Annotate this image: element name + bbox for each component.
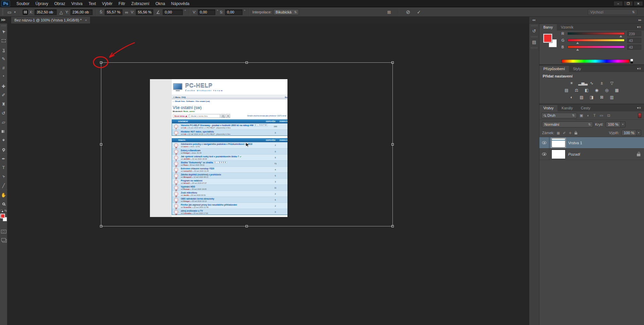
menubar-item[interactable]: Soubor	[13, 0, 33, 7]
tool-preset-icon[interactable]: ▭	[6, 10, 12, 15]
layer-row[interactable]: Pozadí	[539, 149, 644, 160]
close-button[interactable]: ✕	[634, 1, 643, 6]
menubar-item[interactable]: Okna	[152, 0, 168, 7]
exposure-icon[interactable]: ±	[598, 80, 605, 86]
levels-icon[interactable]: ▂▅▃	[578, 80, 585, 86]
spectrum-black-swatch[interactable]	[631, 61, 633, 63]
slider-thumb-icon[interactable]	[576, 41, 579, 44]
transform-handle-bottom-middle[interactable]	[246, 225, 248, 227]
strip-grip[interactable]	[531, 36, 537, 38]
blur-tool[interactable]: ♠	[0, 136, 7, 145]
transform-handle-bottom-right[interactable]	[391, 225, 394, 227]
strip-grip[interactable]	[531, 47, 537, 49]
filter-adjustment-layers-icon[interactable]: ◐	[587, 113, 589, 118]
hand-tool[interactable]: ✋	[0, 190, 7, 199]
tab-close-icon[interactable]: ×	[85, 18, 87, 22]
warp-mode-icon[interactable]: ⊞	[386, 10, 392, 15]
commit-transform-icon[interactable]: ✓	[416, 9, 422, 15]
layer-filter-dropdown[interactable]: Druh ⇅	[541, 113, 577, 118]
document-canvas[interactable]: PC-HELP České diskuzní fórum ≡ Menu FAQ …	[7, 23, 529, 325]
lasso-tool[interactable]: ʓ	[0, 45, 7, 54]
photo-filter-icon[interactable]: ◉	[593, 88, 600, 93]
interpolation-dropdown[interactable]: Bikubická ⇅	[273, 9, 299, 15]
dock-collapse-left-icon[interactable]: ◀◀	[532, 19, 535, 21]
channel-value-field[interactable]: 239	[627, 31, 641, 36]
channel-mixer-icon[interactable]: ◎	[603, 88, 610, 93]
history-brush-tool[interactable]: ↺	[0, 109, 7, 118]
document-tab[interactable]: Bez názvu-1 @ 100% (Vrstva 1,RGB/8) * ×	[11, 17, 91, 23]
layer-thumbnail[interactable]	[551, 150, 566, 159]
slider-thumb-icon[interactable]	[576, 47, 579, 51]
eyedropper-tool[interactable]: ❜	[0, 72, 7, 82]
rectangular-marquee-tool[interactable]	[0, 36, 7, 45]
black-white-icon[interactable]: ◧	[583, 88, 590, 93]
y-position-field[interactable]: 236,00 ob	[70, 9, 93, 15]
menubar-item[interactable]: Vrstva	[68, 0, 86, 7]
move-tool[interactable]: ➤	[0, 27, 7, 36]
channel-slider[interactable]	[568, 32, 625, 35]
selective-color-icon[interactable]: ⊠	[598, 95, 605, 100]
tab-prizpusobeni[interactable]: Přizpůsobení	[539, 66, 569, 72]
reference-point-locator[interactable]	[23, 10, 28, 15]
pen-tool[interactable]: ✒	[0, 154, 7, 163]
opacity-dropdown[interactable]: 100 % ▾	[606, 121, 626, 127]
x-position-field[interactable]: 352,50 ob	[35, 9, 57, 15]
toolbar-collapse-icon[interactable]: ▶▶	[1, 18, 5, 21]
tab-vrstvy[interactable]: Vrstvy	[539, 105, 557, 111]
channel-value-field[interactable]: 43	[627, 45, 641, 50]
color-lookup-icon[interactable]: ▦	[613, 88, 620, 93]
threshold-icon[interactable]: ◨	[588, 95, 595, 100]
h-skew-field[interactable]: 0,00	[198, 9, 215, 15]
menubar-item[interactable]: Obraz	[51, 0, 68, 7]
panel-menu-icon[interactable]: ▾≡	[637, 106, 641, 110]
panel-menu-icon[interactable]: ▾≡	[637, 67, 641, 70]
layer-row[interactable]: Vrstva 1	[539, 137, 644, 149]
lock-all-icon[interactable]	[575, 132, 577, 134]
spot-healing-brush-tool[interactable]: ✚	[0, 82, 7, 91]
channel-value-field[interactable]: 43	[627, 38, 641, 43]
tool-preset-dropdown-icon[interactable]: ▾	[14, 10, 16, 14]
fill-dropdown[interactable]: 100 % ▾	[622, 130, 641, 136]
lock-paint-icon[interactable]: ✐	[563, 131, 566, 135]
channel-slider[interactable]	[568, 46, 625, 48]
history-panel-icon[interactable]: ↺	[529, 27, 539, 35]
blend-mode-dropdown[interactable]: Normální ⇅	[542, 121, 593, 127]
hue-saturation-icon[interactable]: ▤	[563, 88, 570, 93]
panel-menu-icon[interactable]: ▾≡	[637, 25, 641, 29]
filter-pixel-layers-icon[interactable]: ▣	[580, 113, 583, 118]
transform-handle-middle-left[interactable]	[100, 143, 102, 146]
zoom-tool[interactable]	[0, 199, 7, 208]
menubar-item[interactable]: Text	[86, 0, 99, 7]
vibrance-icon[interactable]: ▽	[608, 80, 615, 86]
layer-visibility-toggle[interactable]	[539, 149, 549, 160]
tab-barvy[interactable]: Barvy	[539, 24, 557, 31]
options-bar-grip[interactable]	[2, 9, 3, 15]
eraser-tool[interactable]: ▱	[0, 118, 7, 127]
transform-handle-top-middle[interactable]	[246, 61, 248, 64]
gradient-map-icon[interactable]: ▥	[608, 95, 615, 100]
slider-thumb-icon[interactable]	[620, 34, 622, 37]
layer-visibility-toggle[interactable]	[539, 137, 549, 148]
transform-handle-middle-right[interactable]	[391, 143, 394, 146]
filter-type-layers-icon[interactable]: T	[593, 113, 596, 118]
cancel-transform-icon[interactable]: ⊘	[405, 9, 411, 15]
path-selection-tool[interactable]: ➢	[0, 172, 7, 181]
height-field[interactable]: 55,56 %	[136, 9, 153, 15]
transform-handle-top-right[interactable]	[391, 61, 394, 64]
color-balance-icon[interactable]: ⚖	[573, 88, 580, 93]
brightness-contrast-icon[interactable]: ☀	[568, 80, 575, 86]
dodge-tool[interactable]	[0, 145, 7, 154]
invert-icon[interactable]: ◐	[568, 95, 575, 100]
workspace-dropdown[interactable]: Výchozí ⇅	[588, 9, 637, 15]
color-spectrum-ramp[interactable]	[561, 59, 629, 63]
quick-mask-button[interactable]	[1, 230, 6, 233]
gradient-tool[interactable]	[0, 127, 7, 136]
transform-handle-bottom-left[interactable]	[100, 225, 102, 227]
posterize-icon[interactable]: ▨	[578, 95, 585, 100]
dock-collapse-right-icon[interactable]: ▶▶	[638, 19, 641, 21]
default-colors-icon[interactable]	[1, 210, 3, 212]
tab-vzornik[interactable]: Vzorník	[557, 24, 577, 31]
lock-move-icon[interactable]: ✛	[569, 131, 572, 135]
tab-cesty[interactable]: Cesty	[577, 105, 594, 111]
toolbar-grip[interactable]	[1, 25, 6, 26]
